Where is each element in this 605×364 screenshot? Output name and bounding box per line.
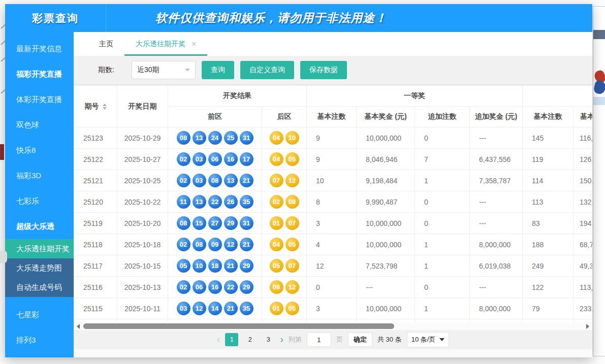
cell-back-zone: 0107 (262, 213, 307, 234)
page-button-2[interactable]: 2 (243, 333, 257, 346)
tab-label: 大乐透往期开奖 (136, 40, 185, 49)
scrollbar-thumb[interactable] (83, 323, 394, 329)
back-ball: 05 (285, 238, 299, 251)
cell-basic-count: 3 (307, 213, 357, 234)
cell-issue: 25114 (74, 319, 117, 322)
page-button-1[interactable]: 1 (225, 333, 238, 346)
table-row-25121: 251212025-10-2502030813210712109,198,484… (74, 170, 593, 191)
sidebar-item-ticai-live[interactable]: 体彩开奖直播 (5, 87, 74, 112)
background-window-tint (593, 97, 605, 105)
sidebar-item-pailie3[interactable]: 排列3 (5, 327, 74, 353)
page-button-3[interactable]: 3 (262, 333, 275, 346)
front-ball: 29 (240, 280, 253, 294)
scroll-right-icon[interactable] (586, 324, 589, 329)
cell-issue: 25123 (74, 127, 117, 149)
cell-basic-count-2: 188 (523, 234, 574, 255)
goto-page-input[interactable] (307, 333, 331, 347)
front-ball: 05 (177, 259, 190, 273)
cell-basic-count: 9 (307, 149, 357, 170)
cell-issue: 25120 (74, 191, 117, 213)
background-window-logo-blue (593, 80, 605, 95)
table-row-25123: 251232025-10-2908132425310410910,000,000… (74, 127, 593, 149)
period-select[interactable]: 近30期 (132, 61, 196, 79)
cell-extra-count: 0 (415, 277, 470, 298)
cell-back-zone: 0405 (262, 149, 307, 170)
query-button[interactable]: 查询 (202, 61, 234, 79)
back-ball: 01 (270, 302, 283, 315)
cell-front-zone: 0510182129 (168, 255, 262, 277)
cell-date: 2025-10-22 (117, 191, 168, 213)
front-ball: 13 (193, 195, 206, 209)
chevron-down-icon (185, 69, 190, 72)
scroll-left-icon[interactable] (77, 324, 80, 329)
column-basic-count: 基本注数 (307, 107, 357, 127)
front-ball: 16 (208, 280, 222, 294)
back-ball: 12 (285, 280, 299, 294)
cell-extra-prize: 6,437,556 (470, 149, 523, 170)
confirm-button[interactable]: 确定 (348, 333, 372, 347)
next-page-icon[interactable]: › (280, 334, 283, 344)
sidebar-item-kuaile8[interactable]: 快乐8 (5, 138, 74, 163)
cell-extra-prize: 6,613,306 (470, 319, 523, 322)
back-ball: 05 (270, 259, 283, 273)
period-select-value: 近30期 (137, 65, 160, 75)
save-data-button[interactable]: 保存数据 (300, 61, 347, 79)
sidebar-item-latest-draw-info[interactable]: 最新开奖信息 (5, 36, 74, 61)
cell-issue: 25115 (74, 298, 117, 319)
sidebar-item-fucai-3d[interactable]: 福彩3D (5, 163, 74, 188)
front-ball: 02 (177, 174, 190, 187)
cell-back-zone: 0105 (262, 298, 307, 319)
cell-basic-prize-2-partial: 113, (574, 277, 593, 298)
tab-close-icon[interactable]: × (192, 40, 196, 48)
sort-icon[interactable] (103, 104, 107, 110)
cell-basic-prize: --- (357, 277, 415, 298)
horizontal-scrollbar[interactable] (75, 322, 591, 330)
app-title: 彩票查询 (32, 11, 79, 25)
cell-basic-count-2: 83 (523, 213, 574, 234)
front-ball: 03 (193, 152, 206, 166)
sidebar-item-qixingcai[interactable]: 七星彩 (5, 302, 74, 327)
sidebar-item-lotto-trend[interactable]: 大乐透走势图 (5, 258, 74, 278)
cell-basic-count: 3 (307, 298, 357, 319)
front-ball: 24 (208, 131, 222, 145)
tab-lotto-history[interactable]: 大乐透往期开奖× (124, 32, 207, 56)
table-row-25120: 251202025-10-221113222635020889,990,4870… (74, 191, 593, 213)
goto-prefix-label: 到第 (289, 335, 302, 344)
cell-date: 2025-10-25 (117, 170, 168, 191)
column-basic-prize: 基本奖金 (元) (357, 107, 415, 127)
cell-front-zone: 0312142135 (168, 298, 262, 319)
front-ball: 35 (240, 302, 253, 315)
cell-basic-count: 12 (307, 255, 357, 277)
page-size-select[interactable]: 10 条/页 (407, 332, 450, 347)
front-ball: 06 (208, 152, 222, 166)
cell-basic-prize: 8,266,633 (357, 319, 415, 322)
cell-basic-count-2: 122 (523, 277, 574, 298)
desktop-artifact-tab (0, 251, 7, 263)
sidebar-item-super-lotto[interactable]: 超级大乐透 (5, 214, 74, 239)
sidebar-item-shuangseqiu[interactable]: 双色球 (5, 112, 74, 138)
page-size-value: 10 条/页 (411, 335, 436, 344)
back-ball: 07 (285, 259, 299, 273)
sidebar-item-qicaile[interactable]: 七彩乐 (5, 188, 74, 214)
column-extra-count: 追加注数 (415, 107, 470, 127)
background-window-sliver (593, 6, 605, 356)
tab-label: 主页 (99, 40, 113, 49)
cell-extra-count: 0 (415, 191, 470, 213)
tab-home[interactable]: 主页 (88, 32, 124, 56)
back-ball: 05 (285, 302, 299, 315)
cell-issue: 25116 (74, 277, 117, 298)
front-ball: 31 (240, 131, 253, 145)
sidebar-item-auto-generate[interactable]: 自动生成号码 (5, 278, 74, 297)
cell-basic-count-2: 145 (523, 127, 574, 149)
custom-query-button[interactable]: 自定义查询 (240, 61, 294, 79)
cell-basic-count: 10 (307, 170, 357, 191)
cell-extra-prize: 6,019,038 (470, 255, 523, 277)
sidebar-item-lotto-history[interactable]: 大乐透往期开奖 (5, 239, 74, 258)
cell-extra-count: 1 (415, 234, 470, 255)
sidebar-item-fucai-live[interactable]: 福彩开奖直播 (5, 61, 74, 87)
cell-extra-prize: --- (470, 213, 523, 234)
cell-extra-prize: --- (470, 191, 523, 213)
cell-basic-count-2: 114 (523, 170, 574, 191)
prev-page-icon[interactable]: ‹ (217, 334, 220, 344)
front-ball: 08 (177, 216, 190, 230)
